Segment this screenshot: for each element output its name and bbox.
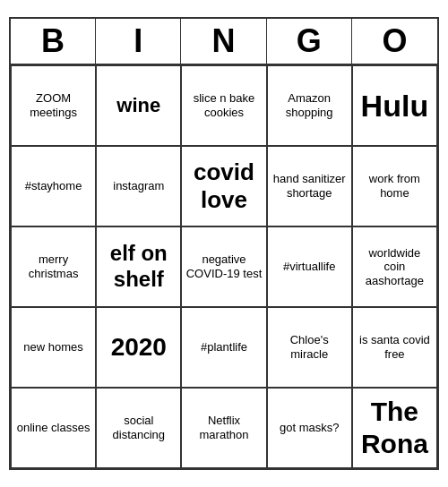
bingo-grid: ZOOM meetingswineslice n bake cookiesAma… bbox=[11, 65, 437, 468]
bingo-card: BINGO ZOOM meetingswineslice n bake cook… bbox=[9, 17, 439, 470]
bingo-cell-24: The Rona bbox=[352, 388, 437, 468]
header-letter: B bbox=[11, 19, 96, 64]
header-letter: G bbox=[267, 19, 352, 64]
bingo-cell-10: merry christmas bbox=[11, 226, 96, 307]
bingo-cell-2: slice n bake cookies bbox=[181, 65, 266, 146]
bingo-cell-22: Netflix marathon bbox=[181, 388, 266, 468]
header-letter: N bbox=[181, 19, 266, 64]
bingo-cell-23: got masks? bbox=[267, 388, 352, 468]
bingo-cell-12: negative COVID-19 test bbox=[181, 226, 266, 307]
bingo-cell-18: Chloe's miracle bbox=[267, 307, 352, 388]
bingo-cell-8: hand sanitizer shortage bbox=[267, 146, 352, 226]
bingo-cell-9: work from home bbox=[352, 146, 437, 226]
bingo-cell-20: online classes bbox=[11, 388, 96, 468]
bingo-cell-21: social distancing bbox=[96, 388, 181, 468]
bingo-cell-6: instagram bbox=[96, 146, 181, 226]
header-letter: O bbox=[352, 19, 437, 64]
bingo-cell-4: Hulu bbox=[352, 65, 437, 146]
bingo-cell-1: wine bbox=[96, 65, 181, 146]
bingo-cell-5: #stayhome bbox=[11, 146, 96, 226]
header-letter: I bbox=[96, 19, 181, 64]
bingo-cell-17: #plantlife bbox=[181, 307, 266, 388]
bingo-cell-7: covid love bbox=[181, 146, 266, 226]
bingo-cell-13: #virtuallife bbox=[267, 226, 352, 307]
bingo-cell-0: ZOOM meetings bbox=[11, 65, 96, 146]
bingo-cell-14: worldwide coin aashortage bbox=[352, 226, 437, 307]
bingo-header: BINGO bbox=[11, 19, 437, 65]
bingo-cell-16: 2020 bbox=[96, 307, 181, 388]
bingo-cell-11: elf on shelf bbox=[96, 226, 181, 307]
bingo-cell-15: new homes bbox=[11, 307, 96, 388]
bingo-cell-19: is santa covid free bbox=[352, 307, 437, 388]
bingo-cell-3: Amazon shopping bbox=[267, 65, 352, 146]
